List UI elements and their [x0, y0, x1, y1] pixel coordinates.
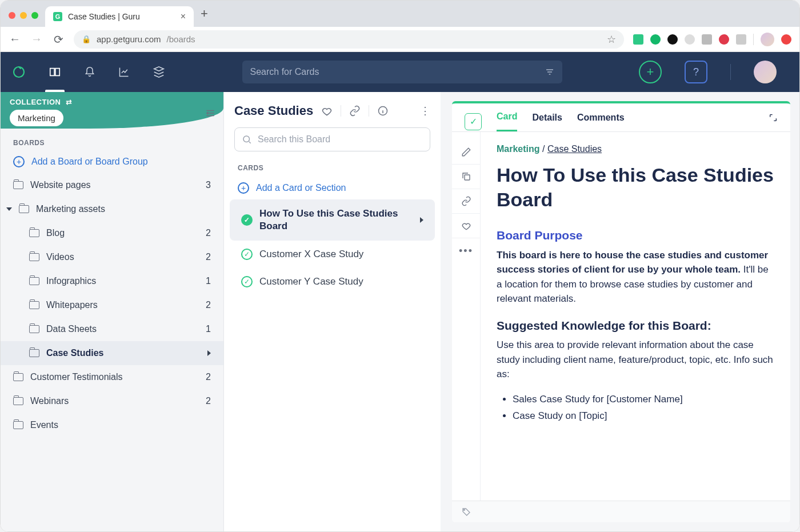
bookmark-star-icon[interactable]: ☆ [607, 33, 616, 46]
tab-favicon-icon: G [53, 12, 62, 21]
minimize-window-icon[interactable] [20, 12, 27, 19]
board-item-case-studies[interactable]: Case Studies [1, 341, 223, 365]
board-item-whitepapers[interactable]: Whitepapers 2 [1, 293, 223, 317]
extension-icon[interactable] [781, 34, 791, 45]
maximize-window-icon[interactable] [31, 12, 38, 19]
nav-analytics-icon[interactable] [118, 66, 130, 78]
url-host: app.getguru.com [97, 34, 161, 44]
collection-switch-icon[interactable]: ⇅ [65, 99, 73, 105]
tab-comments[interactable]: Comments [577, 113, 625, 131]
extension-icon[interactable] [650, 34, 661, 45]
card-item-customer-x[interactable]: ✓ Customer X Case Study [230, 241, 435, 268]
board-item-webinars[interactable]: Webinars 2 [1, 389, 223, 413]
board-item-blog[interactable]: Blog 2 [1, 221, 223, 245]
copy-icon[interactable] [452, 164, 480, 189]
plus-circle-icon: + [238, 182, 249, 194]
nav-library-icon[interactable] [49, 66, 61, 78]
browser-tab-bar: G Case Studies | Guru × + [1, 1, 799, 27]
board-item-infographics[interactable]: Infographics 1 [1, 269, 223, 293]
extension-icons [633, 33, 791, 46]
reload-button[interactable]: ⟳ [52, 33, 65, 46]
extension-icon[interactable] [702, 34, 712, 45]
card-item-how-to-use[interactable]: ✓ How To Use this Case Studies Board [230, 199, 435, 241]
board-item-customer-testimonials[interactable]: Customer Testimonials 2 [1, 365, 223, 389]
folder-icon [13, 181, 23, 189]
board-item-website-pages[interactable]: Website pages 3 [1, 173, 223, 197]
board-group-marketing-assets[interactable]: Marketing assets [1, 197, 223, 221]
folder-icon [13, 421, 23, 429]
nav-collections-icon[interactable] [153, 66, 165, 78]
edit-icon[interactable] [452, 140, 480, 164]
suggested-intro: Use this area to provide relevant inform… [497, 338, 774, 382]
back-button[interactable]: ← [9, 33, 21, 46]
breadcrumb: Marketing / Case Studies [497, 142, 774, 156]
folder-icon [13, 397, 23, 405]
browser-tab[interactable]: G Case Studies | Guru × [45, 6, 194, 27]
board-item-videos[interactable]: Videos 2 [1, 245, 223, 269]
chevron-down-icon [6, 207, 12, 211]
add-card-link[interactable]: + Add a Card or Section [224, 177, 441, 199]
chevron-right-icon [207, 350, 211, 356]
breadcrumb-board[interactable]: Case Studies [547, 144, 602, 154]
browser-address-bar: ← → ⟳ 🔒 app.getguru.com/boards ☆ [1, 27, 799, 52]
list-item: Sales Case Study for [Customer Name] [513, 392, 774, 407]
tab-title: Case Studies | Guru [68, 12, 140, 21]
user-avatar[interactable] [754, 61, 777, 83]
verified-check-icon: ✓ [241, 214, 253, 226]
svg-point-2 [243, 136, 250, 142]
verify-button[interactable]: ✓ [465, 113, 482, 130]
extension-icon[interactable] [719, 34, 729, 45]
new-tab-button[interactable]: + [194, 6, 215, 27]
close-window-icon[interactable] [9, 12, 15, 19]
chevron-right-icon [420, 217, 423, 223]
extension-icon[interactable] [667, 34, 678, 45]
board-search-input[interactable]: Search this Board [234, 127, 430, 151]
board-item-data-sheets[interactable]: Data Sheets 1 [1, 317, 223, 341]
add-board-label: Add a Board or Board Group [31, 157, 148, 167]
folder-icon [13, 373, 23, 381]
tab-card[interactable]: Card [497, 111, 517, 131]
board-item-events[interactable]: Events [1, 413, 223, 437]
collection-header: COLLECTION ⇅ Marketing [1, 92, 223, 129]
breadcrumb-collection[interactable]: Marketing [497, 144, 540, 154]
forward-button[interactable]: → [30, 33, 43, 46]
profile-avatar-icon[interactable] [761, 33, 774, 46]
search-placeholder: Search for Cards [250, 67, 319, 77]
extension-icon[interactable] [633, 34, 643, 45]
tab-close-icon[interactable]: × [181, 11, 186, 22]
board-title: Case Studies [234, 103, 313, 118]
global-search-input[interactable]: Search for Cards [242, 61, 562, 83]
url-path: /boards [167, 34, 195, 44]
link-icon[interactable] [349, 105, 361, 117]
folder-icon [29, 349, 39, 357]
more-options-icon[interactable]: ⋮ [420, 105, 430, 117]
card-tabs: ✓ Card Details Comments [452, 103, 790, 132]
tab-details[interactable]: Details [532, 113, 562, 131]
folder-icon [29, 277, 39, 285]
folder-icon [29, 253, 39, 261]
app-nav: Search for Cards + ? [1, 52, 799, 92]
more-icon[interactable]: ••• [452, 238, 480, 264]
extension-icon[interactable] [736, 34, 746, 45]
collapse-sidebar-icon[interactable] [205, 108, 215, 118]
verified-check-icon: ✓ [241, 249, 253, 260]
bullet-list: Sales Case Study for [Customer Name] Cas… [497, 392, 774, 423]
extension-icon[interactable] [685, 34, 695, 45]
url-input[interactable]: 🔒 app.getguru.com/boards ☆ [74, 30, 624, 49]
link-icon[interactable] [452, 189, 480, 213]
add-board-link[interactable]: + Add a Board or Board Group [1, 150, 223, 173]
create-button[interactable]: + [639, 61, 662, 83]
collection-chip[interactable]: Marketing [10, 110, 63, 126]
board-header: Case Studies ⋮ [224, 99, 441, 125]
expand-icon[interactable] [769, 113, 778, 130]
card-panel: ✓ Card Details Comments [441, 92, 799, 531]
card-item-customer-y[interactable]: ✓ Customer Y Case Study [230, 268, 435, 295]
nav-notifications-icon[interactable] [84, 66, 95, 78]
info-icon[interactable] [377, 105, 389, 117]
tag-bar[interactable] [452, 501, 790, 522]
favorite-icon[interactable] [452, 213, 480, 238]
search-filter-icon[interactable] [545, 67, 554, 77]
favorite-icon[interactable] [321, 105, 333, 117]
help-button[interactable]: ? [685, 61, 707, 83]
guru-logo-icon[interactable] [12, 65, 26, 79]
